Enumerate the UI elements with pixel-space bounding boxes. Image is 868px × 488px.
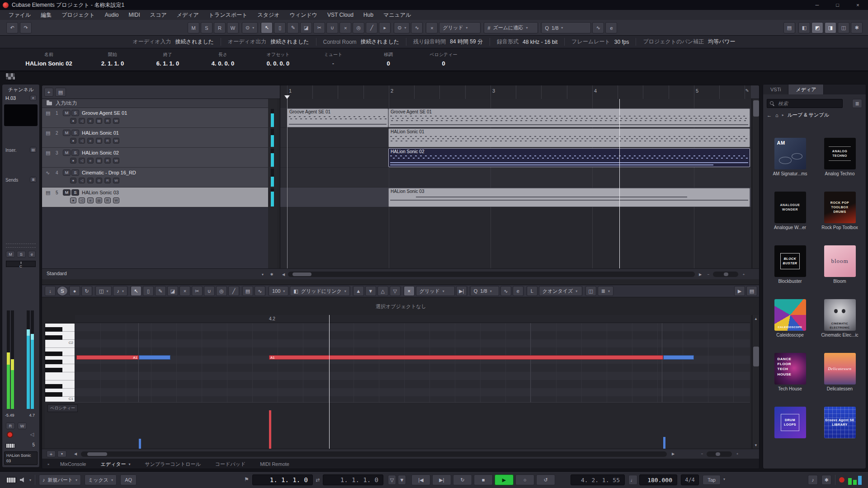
- media-tile-tech-house[interactable]: DANCE FLOOR TECH HOUSETech House: [771, 353, 810, 391]
- tab-chord-pads[interactable]: コードパッド: [209, 461, 252, 468]
- punch-in-button[interactable]: ▽: [388, 475, 396, 485]
- global-mute-button[interactable]: M: [188, 22, 199, 33]
- instrument-button[interactable]: ▤: [96, 138, 102, 144]
- zoom-in-icon[interactable]: +: [734, 450, 741, 457]
- quantize-dropdown[interactable]: Q1/8: [541, 22, 591, 33]
- track-solo-button[interactable]: S: [71, 169, 79, 176]
- midi-clip-halion-02-selected[interactable]: HALion Sonic 02: [388, 148, 750, 167]
- track-mute-button[interactable]: M: [63, 189, 71, 196]
- velocity-bar-blue[interactable]: [139, 439, 141, 449]
- read-button[interactable]: R: [104, 138, 111, 144]
- freeze-button[interactable]: ◎: [96, 178, 102, 183]
- edit-channel-button[interactable]: e: [87, 178, 94, 183]
- track-mute-button[interactable]: M: [63, 110, 71, 116]
- solo-editor-button[interactable]: S: [57, 286, 68, 296]
- edit-channel-button[interactable]: e: [87, 158, 94, 164]
- editor-to-window-button[interactable]: ▶: [734, 286, 745, 296]
- menu-media[interactable]: メディア: [172, 11, 204, 19]
- track-preset-label[interactable]: Standard: [47, 271, 67, 276]
- io-folder-row[interactable]: 入力/出力: [42, 99, 277, 108]
- monitor-button[interactable]: ◁: [79, 138, 85, 144]
- editor-glue-tool[interactable]: ∪: [204, 286, 215, 296]
- menu-edit[interactable]: 編集: [36, 11, 57, 19]
- tab-sampler-control[interactable]: サンプラーコントロール: [139, 461, 207, 468]
- media-search-box[interactable]: [767, 99, 843, 108]
- line-tool[interactable]: ╱: [366, 22, 377, 33]
- note-display[interactable]: A1 A1: [75, 323, 750, 402]
- punch-out-button[interactable]: ▼: [398, 475, 406, 485]
- black-key[interactable]: [45, 368, 62, 372]
- tap-tempo-button[interactable]: Tap: [703, 475, 721, 485]
- track-solo-button[interactable]: S: [71, 130, 79, 136]
- search-input[interactable]: [777, 100, 831, 107]
- menu-manual[interactable]: マニュアル: [378, 11, 416, 19]
- editor-line-tool[interactable]: ╱: [228, 286, 239, 296]
- media-tile-blockbuster[interactable]: BLOCK BUSTERBlockbuster: [771, 245, 810, 284]
- editor-snap-button[interactable]: ×: [404, 286, 415, 296]
- preset-dropdown-caret-icon[interactable]: ▾: [259, 271, 266, 278]
- media-tile-analog-techno[interactable]: ANALOG TECHNOAnalog Techno: [821, 138, 859, 176]
- primary-time-display[interactable]: 1. 1. 1. 0: [252, 474, 313, 485]
- record-arm-button[interactable]: ●: [70, 158, 76, 164]
- grid-overview-button[interactable]: ▤: [783, 22, 795, 33]
- editor-ruler[interactable]: 4.2: [75, 315, 750, 323]
- speaker-icon[interactable]: [20, 478, 26, 483]
- menu-score[interactable]: スコア: [145, 11, 172, 19]
- midi-note-blue[interactable]: [663, 355, 694, 360]
- metronome-click-button[interactable]: ♪: [808, 475, 818, 485]
- write-button[interactable]: W: [113, 118, 119, 124]
- mini-grid-icon[interactable]: [5, 73, 15, 80]
- grid-link-dropdown[interactable]: ◧グリッドにリンク: [290, 286, 349, 296]
- automation-mode-dropdown[interactable]: ⊙: [242, 22, 258, 33]
- menu-transport[interactable]: トランスポート: [204, 11, 253, 19]
- move-up-button[interactable]: ▲: [353, 286, 364, 296]
- info-end[interactable]: 終了6. 1. 1. 0: [140, 48, 195, 70]
- snap-toggle-button[interactable]: ×: [426, 22, 438, 33]
- channel-monitor-icon[interactable]: ◁: [30, 432, 34, 437]
- menu-hub[interactable]: Hub: [359, 12, 378, 18]
- editor-zoom-slider[interactable]: [707, 451, 732, 457]
- track-mute-button[interactable]: M: [63, 169, 71, 176]
- zoom-out-icon[interactable]: −: [705, 271, 712, 278]
- edit-channel-button[interactable]: e: [87, 197, 94, 203]
- project-cursor-handle[interactable]: [284, 95, 290, 99]
- editor-grid-dropdown[interactable]: グリッド: [416, 286, 455, 296]
- left-zone-toggle[interactable]: ◧: [798, 22, 810, 33]
- editor-swing-button[interactable]: ∿: [500, 286, 511, 296]
- scroll-left-icon[interactable]: ◀: [72, 450, 79, 457]
- track-settings-gear-icon[interactable]: ✱: [268, 271, 275, 278]
- swing-stepper[interactable]: 100: [269, 286, 288, 296]
- zoom-slider[interactable]: [713, 272, 738, 277]
- scroll-up-icon[interactable]: ▲: [752, 315, 760, 322]
- editor-vertical-scrollbar[interactable]: ▲ ▼: [752, 315, 760, 449]
- editor-image-button[interactable]: ▤: [242, 286, 253, 296]
- read-button[interactable]: R: [104, 118, 111, 124]
- record-button[interactable]: ○: [515, 474, 534, 485]
- track-mute-button[interactable]: M: [63, 150, 71, 156]
- track-visibility-button[interactable]: ▤: [55, 88, 66, 97]
- black-key[interactable]: [45, 335, 62, 340]
- record-arm-button-active[interactable]: ●: [70, 197, 76, 203]
- retrospective-record-button[interactable]: ↺: [536, 474, 555, 485]
- close-button[interactable]: ×: [848, 0, 868, 10]
- tab-editor[interactable]: エディター: [94, 461, 137, 468]
- locator-time-display[interactable]: 4. 2. 1. 55: [571, 474, 625, 485]
- menu-file[interactable]: ファイル: [4, 11, 36, 19]
- home-icon[interactable]: ⌂: [775, 113, 778, 118]
- tab-media[interactable]: メディア: [788, 84, 824, 94]
- write-button[interactable]: W: [113, 138, 119, 144]
- close-lower-zone-icon[interactable]: ×: [45, 460, 52, 468]
- instrument-picture[interactable]: [4, 104, 38, 126]
- media-tile-caleidoscope[interactable]: CALEIDOSCOPECaleidoscope: [771, 299, 810, 338]
- zoom-tool[interactable]: ◎: [353, 22, 364, 33]
- monitor-button[interactable]: ◁: [79, 178, 85, 183]
- instrument-button[interactable]: ▤: [96, 118, 102, 124]
- move-down-octave-button[interactable]: ▽: [390, 286, 401, 296]
- marker-flag-icon[interactable]: ⚑: [244, 476, 249, 483]
- track-row-cinematic-drop[interactable]: ∿ 4 M S Cinematic - Drop 16_RD ● ◁ e ◎ R…: [42, 168, 277, 188]
- lower-zone-toggle[interactable]: ◩: [811, 22, 823, 33]
- add-track-button[interactable]: +: [44, 88, 53, 97]
- move-down-button[interactable]: ▼: [365, 286, 376, 296]
- visibility-dropdown[interactable]: ◫: [95, 286, 112, 296]
- monitor-button[interactable]: ◁: [79, 158, 85, 164]
